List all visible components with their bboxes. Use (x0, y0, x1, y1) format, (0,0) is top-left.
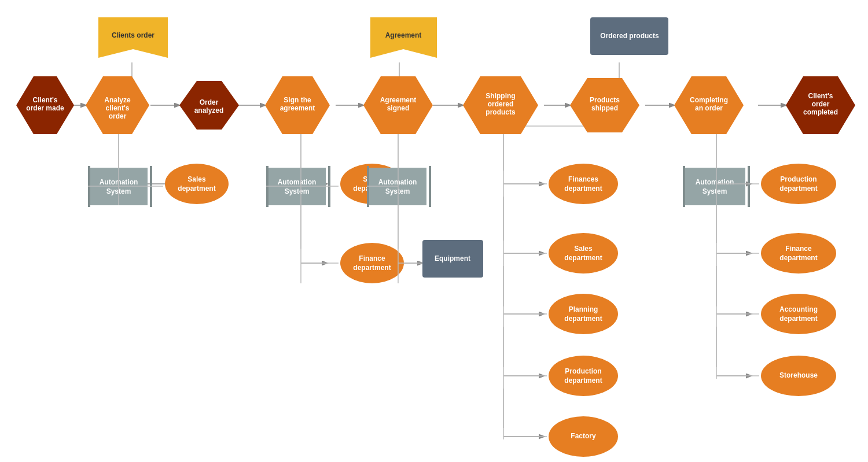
svg-point-80 (761, 233, 836, 273)
agreement-label: Agreement (385, 31, 422, 39)
svg-text:System: System (385, 187, 410, 195)
clients-order-made-label: Client's (33, 96, 58, 104)
svg-text:agreement: agreement (280, 104, 315, 112)
svg-text:completed: completed (803, 108, 838, 116)
svg-text:Products: Products (590, 96, 620, 104)
production-department-2-node: Production department (761, 164, 836, 204)
clients-order-made-node: Client's order made (16, 76, 74, 134)
svg-text:an order: an order (695, 104, 723, 112)
svg-text:department: department (779, 184, 817, 193)
svg-point-48 (340, 243, 404, 283)
svg-text:order made: order made (26, 104, 64, 112)
svg-point-64 (549, 294, 618, 334)
completing-an-order-node: Completing an order (674, 76, 744, 134)
svg-text:shipped: shipped (591, 104, 618, 112)
svg-text:department: department (564, 254, 602, 262)
svg-text:client's: client's (106, 104, 130, 112)
products-shipped-node: Products shipped (570, 78, 639, 132)
sales-department-1-node: Sales department (165, 164, 229, 204)
shipping-ordered-products-node: Shipping ordered products (463, 76, 538, 134)
svg-point-37 (165, 164, 229, 204)
agreement-signed-node: Agreement signed (363, 76, 433, 134)
planning-department-node: Planning department (549, 294, 618, 334)
svg-text:order: order (812, 100, 830, 108)
svg-point-77 (761, 164, 836, 204)
svg-rect-53 (429, 166, 431, 207)
svg-text:Analyze: Analyze (104, 96, 131, 104)
svg-text:products: products (486, 108, 516, 116)
svg-text:signed: signed (387, 104, 410, 112)
equipment-node: Equipment (422, 240, 483, 278)
svg-text:department: department (353, 264, 391, 272)
svg-text:Sales: Sales (187, 175, 206, 183)
ordered-products-banner: Ordered products (590, 17, 668, 55)
svg-rect-73 (683, 166, 685, 207)
clients-order-banner: Clients order (98, 17, 168, 58)
svg-text:Sales: Sales (574, 245, 593, 253)
svg-text:Equipment: Equipment (435, 254, 470, 263)
svg-point-67 (549, 356, 618, 396)
svg-text:Client's: Client's (808, 92, 833, 100)
svg-text:department: department (564, 376, 602, 385)
production-department-1-node: Production department (549, 356, 618, 396)
svg-text:Agreement: Agreement (380, 96, 417, 104)
svg-text:department: department (178, 184, 215, 193)
order-analyzed-node: Order analyzed (179, 81, 239, 130)
svg-text:department: department (779, 315, 817, 323)
ordered-products-label: Ordered products (600, 32, 659, 40)
svg-text:Production: Production (780, 175, 816, 183)
svg-text:department: department (779, 254, 817, 262)
svg-text:Planning: Planning (569, 305, 598, 313)
svg-point-83 (761, 294, 836, 334)
svg-text:Finance: Finance (359, 254, 385, 263)
svg-rect-74 (748, 166, 750, 207)
storehouse-node: Storehouse (761, 356, 836, 396)
svg-text:Automation: Automation (696, 178, 734, 186)
accounting-department-node: Accounting department (761, 294, 836, 334)
finances-department-node: Finances department (549, 164, 618, 204)
svg-text:Sign the: Sign the (284, 96, 311, 104)
svg-text:Completing: Completing (690, 96, 728, 104)
agreement-banner: Agreement (370, 17, 437, 58)
clients-order-label: Clients order (112, 31, 155, 39)
finance-department-2-node: Finance department (761, 233, 836, 273)
svg-text:Production: Production (565, 367, 601, 375)
svg-text:Factory: Factory (571, 432, 596, 440)
svg-point-61 (549, 233, 618, 273)
finance-department-1-node: Finance department (340, 243, 404, 283)
svg-text:Accounting: Accounting (779, 305, 818, 313)
analyze-clients-order-node: Analyze client's order (86, 76, 149, 134)
diagram: Clients order Agreement Ordered products… (0, 0, 868, 462)
svg-text:Shipping: Shipping (486, 92, 515, 100)
svg-text:department: department (564, 184, 602, 193)
svg-text:Automation: Automation (278, 178, 317, 186)
svg-text:Finance: Finance (785, 245, 812, 253)
svg-text:ordered: ordered (488, 100, 514, 108)
factory-node: Factory (549, 416, 618, 457)
svg-text:Automation: Automation (378, 178, 417, 186)
svg-text:Finances: Finances (568, 175, 598, 183)
svg-rect-72 (685, 168, 745, 205)
svg-text:analyzed: analyzed (194, 106, 224, 114)
sign-the-agreement-node: Sign the agreement (265, 76, 330, 134)
svg-text:Order: Order (200, 98, 219, 106)
svg-text:department: department (564, 315, 602, 323)
sales-department-3-node: Sales department (549, 233, 618, 273)
svg-text:order: order (109, 112, 127, 120)
clients-order-completed-node: Client's order completed (786, 76, 855, 134)
svg-point-58 (549, 164, 618, 204)
svg-text:Storehouse: Storehouse (779, 371, 818, 379)
svg-text:System: System (285, 187, 310, 195)
svg-text:System: System (703, 187, 727, 195)
